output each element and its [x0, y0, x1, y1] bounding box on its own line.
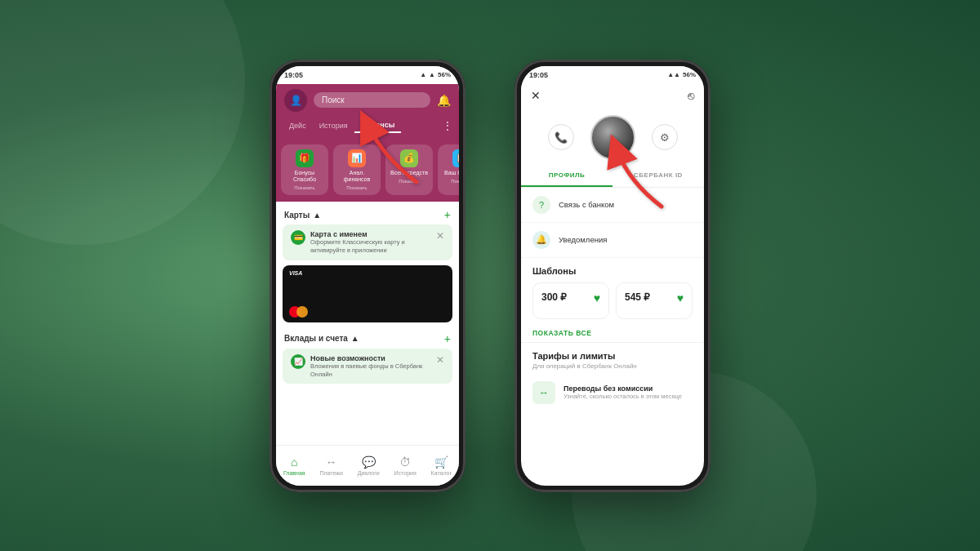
- visa-label: VISA: [289, 270, 302, 276]
- deposit-item-text: Новые возможности Вложения в паевые фонд…: [310, 354, 436, 379]
- sort-deposits-icon: ▲: [351, 334, 359, 343]
- deposits-section-title: Вклады и счета ▲: [284, 334, 359, 343]
- deposits-section: Вклады и счета ▲ + 📈 Новые возможности В…: [276, 326, 459, 384]
- template-heart-1: ♥: [594, 291, 600, 304]
- nav-dialogs[interactable]: 💬 Диалоги: [358, 455, 380, 476]
- cards-section-header: Карты ▲ +: [276, 202, 459, 224]
- tab-profile[interactable]: ПРОФИЛЬ: [521, 165, 612, 187]
- analytics-title: Анал. финансов: [337, 170, 376, 184]
- profile-avatar[interactable]: [590, 115, 635, 160]
- contact-bank-icon: ?: [532, 196, 550, 214]
- tab-actions[interactable]: Дейс: [283, 119, 313, 132]
- templates-grid: 300 ₽ ♥ 545 ₽ ♥: [532, 282, 693, 319]
- transfers-tariff-name: Переводы без комиссии: [564, 384, 693, 393]
- add-card-icon[interactable]: +: [444, 208, 451, 221]
- nav-payments[interactable]: ↔ Платежи: [319, 455, 342, 476]
- search-placeholder: Поиск: [322, 96, 345, 104]
- budget-icon: 📋: [452, 149, 459, 167]
- tariffs-section: Тарифы и лимиты Для операций в Сбербанк …: [521, 342, 704, 414]
- budget-sub: Показать: [451, 179, 459, 184]
- templates-title: Шаблоны: [532, 266, 693, 276]
- card-promo-banner[interactable]: 💳 Карта с именем Оформите Классическую к…: [283, 224, 452, 260]
- phone2-screen: 19:05 ▲▲ 56% ✕ ⎋ 📞 ⚙: [521, 66, 704, 486]
- feature-card-analytics[interactable]: 📊 Анал. финансов Показать: [333, 144, 381, 196]
- home-icon: ⌂: [291, 455, 297, 469]
- phone2-battery-icon: 56%: [683, 71, 696, 78]
- feature-card-budget[interactable]: 📋 Ваш бюдже.. Показать: [438, 144, 459, 196]
- profile-avatar-section: 📞 ⚙ ПРОФИЛЬ СБЕРБАНК ID: [521, 107, 704, 188]
- transfers-tariff-desc: Узнайте, сколько осталось в этом месяце: [564, 393, 693, 400]
- total-icon: 💰: [400, 149, 418, 167]
- feature-cards-row: 🎁 Бонусы Спасибо Показать 📊 Анал. финанс…: [276, 138, 459, 202]
- search-bar[interactable]: Поиск: [314, 92, 430, 108]
- phone2-time: 19:05: [529, 71, 548, 79]
- bonuses-icon: 🎁: [296, 149, 314, 167]
- total-sub: Показать: [399, 179, 420, 184]
- settings-action-button[interactable]: ⚙: [652, 124, 678, 150]
- nav-history-label: История: [394, 470, 416, 476]
- nav-home[interactable]: ⌂ Главная: [283, 455, 305, 476]
- phone1-status-icons: ▲ ▲ 56%: [420, 71, 451, 78]
- card-promo-text: Карта с именем Оформите Классическую кар…: [310, 230, 436, 255]
- history-icon: ⏱: [399, 455, 411, 469]
- nav-catalog[interactable]: 🛒 Каталог: [431, 455, 452, 476]
- bonuses-sub: Показать: [294, 185, 315, 190]
- budget-title: Ваш бюдже..: [444, 170, 459, 176]
- close-icon[interactable]: ✕: [531, 89, 541, 102]
- catalog-icon: 🛒: [434, 455, 448, 469]
- analytics-sub: Показать: [346, 185, 368, 190]
- templates-section: Шаблоны 300 ₽ ♥ 545 ₽ ♥: [521, 258, 704, 324]
- sort-icon: ▲: [313, 211, 321, 220]
- deposit-item-desc: Вложения в паевые фонды в Сбербанк Онлай…: [310, 362, 436, 379]
- profile-actions-row: 📞 ⚙: [548, 115, 678, 160]
- notifications-icon: 🔔: [532, 231, 550, 249]
- card-promo-icon: 💳: [291, 230, 305, 245]
- export-icon[interactable]: ⎋: [688, 89, 694, 102]
- nav-payments-label: Платежи: [319, 470, 342, 476]
- more-options-icon[interactable]: ⋮: [443, 120, 452, 131]
- user-avatar[interactable]: 👤: [284, 89, 307, 112]
- nav-history[interactable]: ⏱ История: [394, 455, 416, 476]
- nav-dialogs-label: Диалоги: [358, 470, 380, 476]
- deposit-item-title: Новые возможности: [310, 354, 436, 362]
- tab-history[interactable]: История: [313, 119, 354, 132]
- phones-container: 19:05 ▲ ▲ 56% 👤 Поиск 🔔: [270, 60, 710, 492]
- notification-bell-icon[interactable]: 🔔: [437, 94, 451, 107]
- card-visual: VISA: [283, 265, 452, 322]
- phone2-signal-icon: ▲▲: [667, 71, 680, 78]
- card-promo-title: Карта с именем: [310, 230, 436, 238]
- tab-sberbank-id[interactable]: СБЕРБАНК ID: [612, 165, 704, 187]
- transfers-tariff-item[interactable]: ↔ Переводы без комиссии Узнайте, сколько…: [532, 376, 693, 409]
- show-all-templates-link[interactable]: ПОКАЗАТЬ ВСЕ: [521, 324, 704, 342]
- phone1-wrapper: 19:05 ▲ ▲ 56% 👤 Поиск 🔔: [270, 60, 466, 492]
- feature-card-total[interactable]: 💰 Всего средств Показать: [385, 144, 433, 196]
- bonuses-title: Бонусы Спасибо: [285, 170, 324, 184]
- template-card-1[interactable]: 300 ₽ ♥: [532, 282, 609, 319]
- phone1-time: 19:05: [284, 71, 303, 79]
- phone1-tabs: Дейс История Финансы ⋮: [276, 118, 459, 138]
- close-deposit-icon[interactable]: ✕: [436, 354, 444, 366]
- phone-action-button[interactable]: 📞: [548, 124, 574, 150]
- phone2-topbar: ✕ ⎋: [521, 84, 704, 107]
- phone1-screen: 19:05 ▲ ▲ 56% 👤 Поиск 🔔: [276, 66, 459, 486]
- deposits-section-header: Вклады и счета ▲ +: [276, 326, 459, 349]
- phone1-header: 👤 Поиск 🔔: [276, 84, 459, 118]
- contact-bank-label: Связь с банком: [559, 200, 614, 209]
- add-deposit-icon[interactable]: +: [444, 332, 451, 345]
- battery-icon: 56%: [438, 71, 451, 78]
- dialogs-icon: 💬: [362, 455, 376, 469]
- feature-card-bonuses[interactable]: 🎁 Бонусы Спасибо Показать: [281, 144, 328, 196]
- phone2-status-bar: 19:05 ▲▲ 56%: [521, 66, 704, 84]
- notifications-item[interactable]: 🔔 Уведомления: [521, 223, 704, 258]
- bottom-navigation: ⌂ Главная ↔ Платежи 💬 Диалоги ⏱ История: [276, 445, 459, 486]
- phone2-wrapper: 19:05 ▲▲ 56% ✕ ⎋ 📞 ⚙: [514, 60, 710, 492]
- nav-catalog-label: Каталог: [431, 470, 452, 476]
- template-card-2[interactable]: 545 ₽ ♥: [616, 282, 693, 319]
- signal-icon: ▲: [420, 71, 426, 78]
- tab-finance[interactable]: Финансы: [354, 118, 402, 133]
- transfers-tariff-text: Переводы без комиссии Узнайте, сколько о…: [564, 384, 693, 400]
- bank-contact-item[interactable]: ? Связь с банком: [521, 188, 704, 223]
- deposit-item[interactable]: 📈 Новые возможности Вложения в паевые фо…: [283, 349, 452, 384]
- wifi-icon: ▲: [429, 71, 435, 78]
- close-promo-icon[interactable]: ✕: [436, 230, 444, 242]
